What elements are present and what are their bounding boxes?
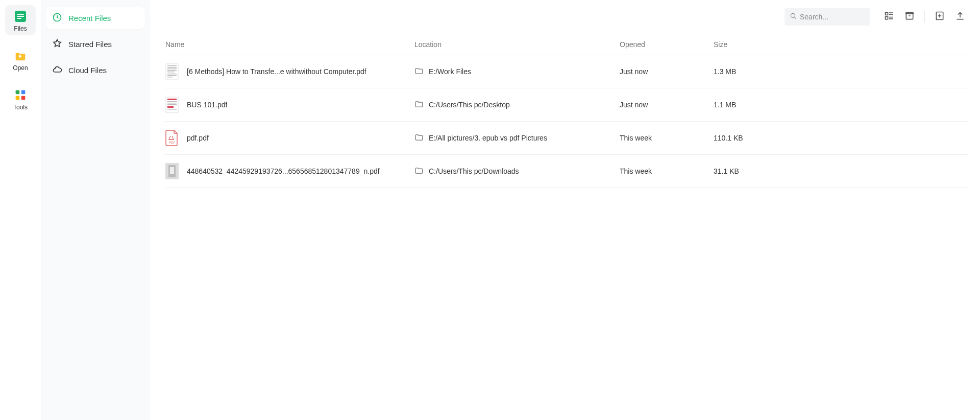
svg-rect-15 <box>167 65 177 66</box>
folder-icon <box>414 100 424 110</box>
sidebar-item-label: Cloud Files <box>68 66 107 75</box>
file-size: 1.3 MB <box>714 67 968 76</box>
table-row[interactable]: 448640532_44245929193726...6565685128013… <box>164 155 968 188</box>
left-rail: Files Open Tools <box>0 0 41 420</box>
folder-icon <box>414 166 424 177</box>
svg-rect-17 <box>167 68 177 69</box>
svg-rect-27 <box>167 104 177 105</box>
svg-point-9 <box>791 13 795 17</box>
rail-item-label: Files <box>14 25 27 32</box>
svg-rect-1 <box>17 14 24 15</box>
svg-rect-25 <box>167 101 177 102</box>
rail-item-tools[interactable]: Tools <box>5 84 36 114</box>
file-size: 31.1 KB <box>714 167 968 175</box>
archive-icon <box>904 11 915 23</box>
open-folder-icon <box>13 49 28 63</box>
sidebar-item-label: Starred Files <box>68 40 112 49</box>
col-header-size[interactable]: Size <box>714 40 968 49</box>
file-opened: Just now <box>620 101 714 109</box>
folder-icon <box>414 133 424 144</box>
search-box[interactable] <box>785 8 870 26</box>
sidebar-item-label: Recent Files <box>68 14 111 22</box>
sidebar-item-cloud[interactable]: Cloud Files <box>46 59 145 81</box>
file-size: 1.1 MB <box>714 101 968 109</box>
file-thumb-icon <box>165 63 179 80</box>
svg-rect-5 <box>21 90 26 95</box>
svg-rect-29 <box>167 109 177 110</box>
svg-rect-11 <box>886 17 888 19</box>
svg-rect-4 <box>16 90 20 95</box>
sidebar: Recent Files Starred Files Cloud Files <box>41 0 150 420</box>
table-row[interactable]: PDF pdf.pdf E:/All pictures/3. epub vs p… <box>164 122 968 155</box>
rail-item-open[interactable]: Open <box>5 44 36 75</box>
upload-icon <box>955 11 965 23</box>
star-icon <box>52 38 62 50</box>
svg-rect-10 <box>886 12 888 15</box>
svg-rect-21 <box>167 75 177 76</box>
sidebar-item-starred[interactable]: Starred Files <box>46 33 145 55</box>
svg-rect-2 <box>17 16 24 17</box>
svg-rect-16 <box>167 67 177 68</box>
svg-rect-6 <box>16 96 20 100</box>
svg-rect-24 <box>167 99 177 100</box>
folder-icon <box>414 66 424 77</box>
svg-rect-22 <box>167 77 173 78</box>
rail-item-label: Open <box>13 64 28 72</box>
toolbar <box>164 0 968 34</box>
svg-rect-3 <box>17 18 21 19</box>
tools-grid-icon <box>13 88 28 102</box>
file-name: BUS 101.pdf <box>187 101 227 109</box>
file-location: C:/Users/This pc/Downloads <box>429 167 519 175</box>
table-row[interactable]: [6 Methods] How to Transfe...e withwitho… <box>164 55 968 88</box>
rail-item-files[interactable]: Files <box>5 5 36 35</box>
file-thumb-icon: PDF <box>165 130 179 146</box>
col-header-name[interactable]: Name <box>164 40 414 49</box>
file-list: [6 Methods] How to Transfe...e withwitho… <box>164 55 968 188</box>
file-thumb-icon <box>165 97 179 113</box>
file-name: pdf.pdf <box>187 134 209 142</box>
file-location: C:/Users/This pc/Desktop <box>429 101 510 109</box>
file-thumb-icon <box>165 163 179 179</box>
upload-button[interactable] <box>952 9 968 25</box>
main-panel: Name Location Opened Size [6 Methods] Ho… <box>150 0 980 420</box>
file-opened: This week <box>620 167 714 175</box>
toolbar-separator <box>924 11 925 22</box>
col-header-opened[interactable]: Opened <box>620 40 714 49</box>
file-name: [6 Methods] How to Transfe...e withwitho… <box>187 67 366 76</box>
new-file-button[interactable] <box>932 9 947 25</box>
svg-rect-19 <box>167 72 175 73</box>
svg-rect-33 <box>170 167 174 174</box>
svg-rect-12 <box>906 14 913 19</box>
svg-rect-7 <box>21 96 26 100</box>
clock-icon <box>52 12 62 24</box>
file-location: E:/Work Files <box>429 67 471 76</box>
file-location: E:/All pictures/3. epub vs pdf Pictures <box>429 134 547 142</box>
search-icon <box>790 12 797 21</box>
rail-item-label: Tools <box>13 104 28 111</box>
archive-button[interactable] <box>902 9 917 25</box>
file-opened: This week <box>620 134 714 142</box>
svg-rect-18 <box>167 70 177 71</box>
table-header: Name Location Opened Size <box>164 34 968 55</box>
svg-rect-28 <box>167 106 174 108</box>
plus-page-icon <box>935 11 945 23</box>
svg-rect-20 <box>167 74 177 75</box>
file-opened: Just now <box>620 67 714 76</box>
view-list-button[interactable] <box>881 9 897 25</box>
files-app-icon <box>13 9 28 24</box>
list-view-icon <box>884 11 894 23</box>
svg-rect-26 <box>167 103 177 104</box>
svg-text:PDF: PDF <box>169 141 175 144</box>
file-name: 448640532_44245929193726...6565685128013… <box>187 167 380 175</box>
cloud-icon <box>52 64 62 76</box>
file-size: 110.1 KB <box>714 134 968 142</box>
sidebar-item-recent[interactable]: Recent Files <box>46 7 145 29</box>
search-input[interactable] <box>800 13 865 21</box>
table-row[interactable]: BUS 101.pdf C:/Users/This pc/Desktop Jus… <box>164 88 968 122</box>
col-header-location[interactable]: Location <box>414 40 620 49</box>
